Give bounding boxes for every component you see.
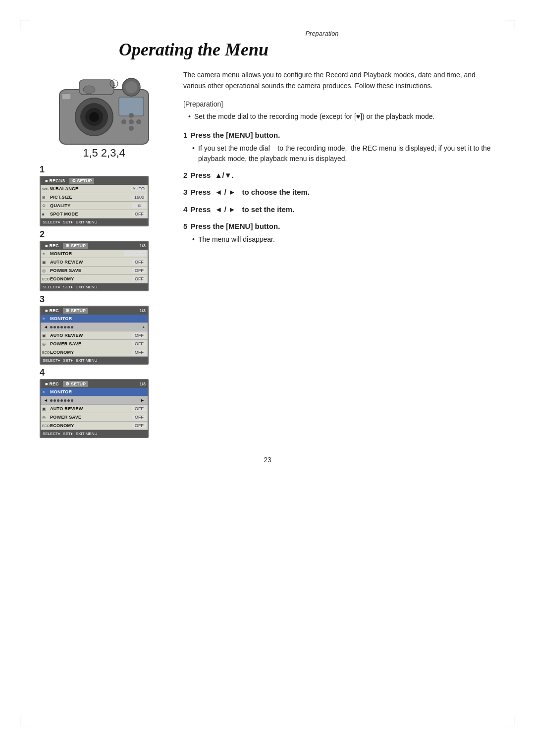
panel-3-setup-tab: ⚙ SETUP: [63, 308, 88, 314]
wbalance-label: W.BALANCE: [50, 186, 131, 191]
spotmode-label: SPOT MODE: [50, 212, 132, 216]
panel-3-plus: +: [142, 325, 145, 329]
corner-mark-br: [505, 716, 515, 726]
panel-4-footer: SELECT♦ SET♦ EXIT MENU: [41, 430, 148, 437]
svg-point-15: [136, 119, 141, 124]
monitor-icon: ✳: [42, 252, 50, 256]
panel-4-row-autoreview: ▣ AUTO REVIEW OFF: [41, 405, 148, 413]
autoreview-icon: ▣: [42, 260, 50, 265]
page-container: Preparation Operating the Menu 1: [0, 0, 535, 756]
spotmode-value: OFF: [132, 212, 146, 216]
panel-3-economy-label: ECONOMY: [50, 350, 132, 355]
economy-icon: ECO: [42, 277, 50, 281]
preparation-section: [Preparation] Set the mode dial to the r…: [183, 99, 495, 122]
step-4-label: Press ◄ / ► to set the item.: [191, 205, 295, 214]
panel-3-arrow-left: ◄: [44, 324, 48, 329]
panel-4-row-economy: ECO ECONOMY OFF: [41, 422, 148, 430]
svg-point-10: [89, 112, 99, 122]
panel-3-number: 3: [40, 294, 168, 305]
step-4-num: 4: [183, 205, 187, 214]
p4dot7: [71, 399, 73, 402]
panel-4-powersave-value: OFF: [132, 415, 146, 420]
panel-1-select: SELECT♦: [43, 220, 60, 224]
p4dot1: [50, 399, 53, 402]
panel-3-rec-label: REC: [49, 308, 58, 313]
monitor-dots-value: · · · · · ·: [124, 251, 146, 256]
svg-point-17: [129, 113, 134, 118]
powersave-value: OFF: [132, 268, 146, 273]
step-5: 5 Press the [MENU] button. The menu will…: [183, 221, 495, 245]
dot6: [67, 326, 70, 328]
step-5-label: Press the [MENU] button.: [191, 222, 280, 230]
step-4: 4 Press ◄ / ► to set the item.: [183, 204, 495, 216]
monitor-label: MONITOR: [50, 251, 124, 256]
panel-4-screen: ■ REC ⚙ SETUP 1/3 ✳ MONITOR ◄: [40, 379, 149, 438]
panel-3-set: SET♦: [63, 358, 73, 363]
step-1-subs: If you set the mode dial to the recordin…: [183, 143, 495, 164]
panel-4-exit: EXIT MENU: [76, 432, 97, 436]
panel-2-row-economy: ECO ECONOMY OFF: [41, 275, 148, 283]
step-5-subs: The menu will disappear.: [183, 234, 495, 245]
panel-4-select: SELECT♦: [43, 432, 60, 436]
panel-4-wrapper: 4 ■ REC ⚙ SETUP 1/3 ✳ MONITOR: [40, 368, 168, 438]
panel-4-header: ■ REC ⚙ SETUP 1/3: [41, 380, 148, 388]
panel-3-select: SELECT♦: [43, 358, 60, 363]
panel-4-autoreview-value: OFF: [132, 406, 146, 411]
economy-label: ECONOMY: [50, 276, 132, 281]
panel-2-set: SET♦: [63, 285, 73, 289]
panel-1-rec-icon: ■: [45, 178, 48, 183]
panel-1-wrapper: 1 ■ REC1/3 ⚙ SETUP WB W.BALANCE AUTO: [40, 164, 168, 226]
dot7: [71, 326, 73, 328]
quality-value: ≋: [132, 203, 146, 208]
panel-3-autoreview-icon: ▣: [42, 333, 50, 338]
step-3-num: 3: [183, 188, 187, 196]
panel-4-setup-tab: ⚙ SETUP: [63, 381, 88, 387]
panel-3-economy-value: OFF: [132, 350, 146, 355]
pictsize-value: 1600: [132, 195, 146, 200]
panel-2-row-monitor: ✳ MONITOR · · · · · ·: [41, 250, 148, 258]
panel-3-powersave-icon: ◎: [42, 342, 50, 346]
steps-section: 1 Press the [MENU] button. If you set th…: [183, 130, 495, 245]
panel-4-economy-label: ECONOMY: [50, 423, 132, 428]
panel-4-monitor-label: MONITOR: [50, 389, 146, 394]
panel-2-row-powersave: ◎ POWER SAVE OFF: [41, 267, 148, 275]
step-5-header: 5 Press the [MENU] button.: [183, 221, 495, 232]
panel-3-exit: EXIT MENU: [76, 358, 97, 363]
panel-3-row-powersave: ◎ POWER SAVE OFF: [41, 340, 148, 348]
panel-3-autoreview-label: AUTO REVIEW: [50, 333, 132, 338]
panel-3-row-autoreview: ▣ AUTO REVIEW OFF: [41, 331, 148, 340]
right-column: The camera menu allows you to configure …: [183, 70, 495, 251]
camera-label: 1,5 2,3,4: [40, 147, 168, 160]
panel-3-page: 1/3: [139, 308, 146, 313]
panel-2-rec-label: REC: [49, 243, 58, 248]
panel-1-row-spotmode: ■ SPOT MODE OFF: [41, 210, 148, 218]
panel-3-rec-icon: ■: [45, 308, 48, 313]
panel-1-rec-label: REC1/3: [49, 178, 65, 183]
panel-1-number: 1: [40, 164, 168, 175]
panel-1-row-quality: ⚙ QUALITY ≋: [41, 202, 148, 210]
dot1: [50, 326, 53, 328]
svg-rect-18: [62, 94, 71, 100]
spotmode-icon: ■: [42, 212, 50, 216]
panel-4-monitor-icon: ✳: [42, 390, 50, 394]
dot4: [60, 326, 63, 328]
p4dot5: [64, 399, 66, 402]
panel-2-footer: SELECT♦ SET♦ EXIT MENU: [41, 283, 148, 290]
panel-2-exit: EXIT MENU: [76, 285, 97, 289]
step-1-header: 1 Press the [MENU] button.: [183, 130, 495, 141]
panel-3-monitor-icon: ✳: [42, 317, 50, 321]
panel-4-page: 1/3: [139, 381, 146, 386]
pictsize-icon: ⊞: [42, 195, 50, 200]
step-3: 3 Press ◄ / ► to choose the item.: [183, 187, 495, 198]
wb-icon: WB: [42, 187, 50, 191]
panel-3-slider-row: ◄ +: [41, 323, 148, 331]
autoreview-label: AUTO REVIEW: [50, 260, 132, 265]
camera-illustration: 1: [50, 70, 159, 147]
quality-icon: ⚙: [42, 204, 50, 208]
panel-1-rec-tab: ■ REC1/3: [43, 178, 67, 184]
panel-3-dots-row: [50, 326, 140, 328]
panel-2-setup-tab: ⚙ SETUP: [63, 243, 88, 249]
panel-4-row-monitor-selected: ✳ MONITOR: [41, 388, 148, 396]
panel-3-economy-icon: ECO: [42, 351, 50, 354]
autoreview-value: OFF: [132, 260, 146, 265]
